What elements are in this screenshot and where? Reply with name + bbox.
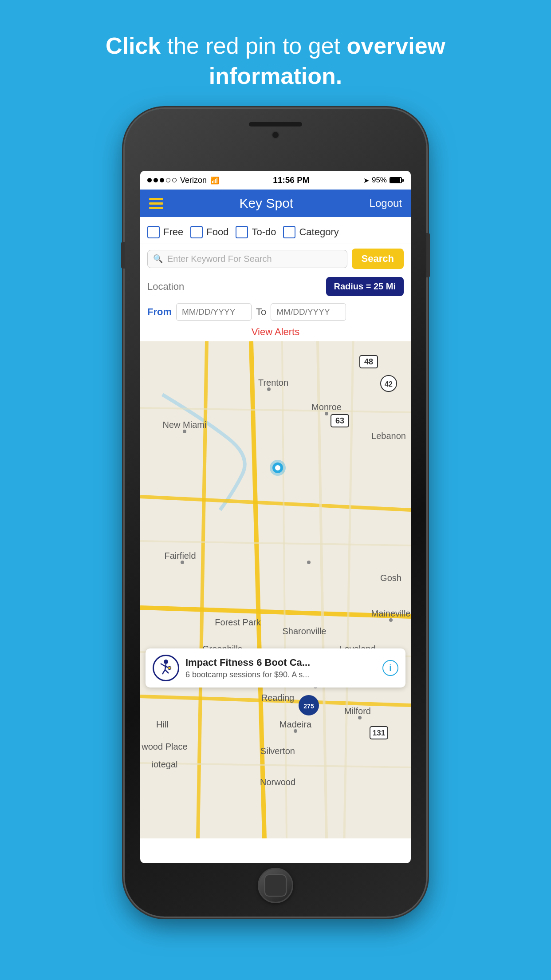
phone-top-area [125, 109, 426, 171]
svg-text:Milford: Milford [344, 706, 371, 716]
svg-point-52 [183, 430, 186, 433]
location-row: Radius = 25 Mi [140, 273, 411, 300]
to-label: To [256, 306, 266, 318]
map-area: 48 42 63 275 131 126 [140, 341, 411, 838]
svg-point-59 [358, 716, 362, 719]
popup-title-text: Impact Fitness 6 Boot Ca... [185, 657, 376, 668]
dot4 [166, 178, 170, 182]
svg-text:Fairfield: Fairfield [164, 551, 196, 561]
checkbox-free[interactable] [147, 226, 160, 238]
popup-info-button[interactable]: i [382, 660, 398, 676]
phone-speaker [249, 122, 302, 126]
dot1 [147, 178, 152, 182]
filter-free[interactable]: Free [147, 226, 183, 238]
svg-point-58 [294, 729, 297, 733]
filter-free-label: Free [163, 226, 183, 238]
svg-point-55 [307, 561, 311, 564]
filter-todo-label: To-do [252, 226, 276, 238]
svg-text:63: 63 [335, 416, 344, 425]
home-button[interactable] [258, 868, 293, 903]
carrier-label: Verizon [180, 176, 207, 185]
svg-text:Reading: Reading [261, 693, 295, 703]
map-svg: 48 42 63 275 131 126 [140, 341, 411, 838]
phone-bottom-area [125, 868, 426, 903]
search-placeholder-text: Enter Keyword For Search [167, 254, 342, 264]
filter-row: Free Food To-do Category [140, 217, 411, 244]
to-date-input[interactable] [271, 303, 346, 321]
wifi-icon: 📶 [210, 176, 219, 185]
phone-screen: Verizon 📶 11:56 PM ➤ 95% [140, 171, 411, 863]
search-magnifier-icon: 🔍 [153, 254, 163, 264]
svg-line-64 [162, 670, 165, 674]
checkbox-todo[interactable] [236, 226, 248, 238]
svg-text:Maineville: Maineville [371, 609, 411, 618]
svg-text:Trenton: Trenton [258, 378, 288, 387]
svg-text:New Miami: New Miami [163, 420, 207, 430]
checkbox-category[interactable] [283, 226, 295, 238]
battery-percent: 95% [372, 176, 387, 185]
svg-text:275: 275 [303, 703, 314, 710]
phone-shell: Verizon 📶 11:56 PM ➤ 95% [125, 109, 426, 917]
signal-dots [147, 178, 177, 182]
date-row: From To [140, 300, 411, 323]
phone-side-btn-vol [121, 242, 125, 269]
filter-category[interactable]: Category [283, 226, 338, 238]
svg-point-49 [275, 465, 280, 470]
svg-text:iotegal: iotegal [152, 759, 178, 769]
svg-text:Lebanon: Lebanon [371, 431, 406, 441]
hamburger-line-2 [149, 202, 163, 205]
popup-text-content: Impact Fitness 6 Boot Ca... 6 bootcamp s… [185, 657, 376, 680]
radius-button[interactable]: Radius = 25 Mi [326, 277, 404, 296]
from-date-input[interactable] [176, 303, 252, 321]
svg-text:42: 42 [385, 380, 393, 388]
dot5 [172, 178, 177, 182]
svg-text:Silverton: Silverton [260, 746, 295, 756]
logout-button[interactable]: Logout [370, 197, 402, 209]
phone-side-btn-power [426, 233, 430, 277]
popup-icon-container [153, 655, 179, 681]
svg-point-54 [389, 618, 393, 622]
home-button-inner [264, 874, 287, 897]
nav-bar: Key Spot Logout [140, 190, 411, 217]
status-time: 11:56 PM [273, 175, 309, 185]
app-title: Key Spot [239, 196, 293, 211]
filter-food[interactable]: Food [190, 226, 228, 238]
svg-line-62 [161, 664, 165, 666]
location-input[interactable] [147, 278, 322, 295]
svg-text:Norwood: Norwood [260, 777, 295, 787]
filter-food-label: Food [206, 226, 228, 238]
search-row: 🔍 Enter Keyword For Search Search [140, 244, 411, 273]
hamburger-line-3 [149, 207, 163, 209]
map-popup-card: Impact Fitness 6 Boot Ca... 6 bootcamp s… [146, 648, 405, 688]
instruction-text: Click the red pin to get overview inform… [76, 31, 475, 91]
svg-text:Sharonville: Sharonville [283, 626, 327, 636]
svg-text:48: 48 [364, 357, 373, 366]
phone-camera [272, 131, 279, 139]
status-left: Verizon 📶 [147, 176, 219, 185]
svg-point-66 [168, 667, 171, 670]
search-button[interactable]: Search [352, 249, 404, 269]
instruction-bold-click: Click [106, 33, 161, 59]
battery-icon [390, 177, 404, 183]
search-input-wrapper[interactable]: 🔍 Enter Keyword For Search [147, 250, 347, 268]
hamburger-line-1 [149, 198, 163, 200]
dot2 [153, 178, 158, 182]
filter-category-label: Category [299, 226, 338, 238]
svg-point-51 [325, 412, 328, 415]
checkbox-food[interactable] [190, 226, 203, 238]
svg-text:wood Place: wood Place [141, 742, 187, 751]
svg-point-50 [267, 387, 271, 391]
popup-fitness-icon [156, 658, 176, 678]
view-alerts-link[interactable]: View Alerts [140, 323, 411, 341]
dot3 [160, 178, 164, 182]
svg-text:Gosh: Gosh [380, 573, 401, 583]
svg-text:Forest Park: Forest Park [215, 617, 261, 627]
svg-text:Hill: Hill [156, 719, 169, 729]
filter-todo[interactable]: To-do [236, 226, 276, 238]
hamburger-menu-icon[interactable] [149, 198, 163, 209]
popup-subtitle-text: 6 bootcamp sessions for $90. A s... [185, 670, 376, 680]
svg-point-53 [181, 561, 184, 564]
svg-text:Monroe: Monroe [311, 402, 342, 412]
svg-point-60 [164, 660, 168, 664]
svg-text:Madeira: Madeira [279, 719, 312, 729]
